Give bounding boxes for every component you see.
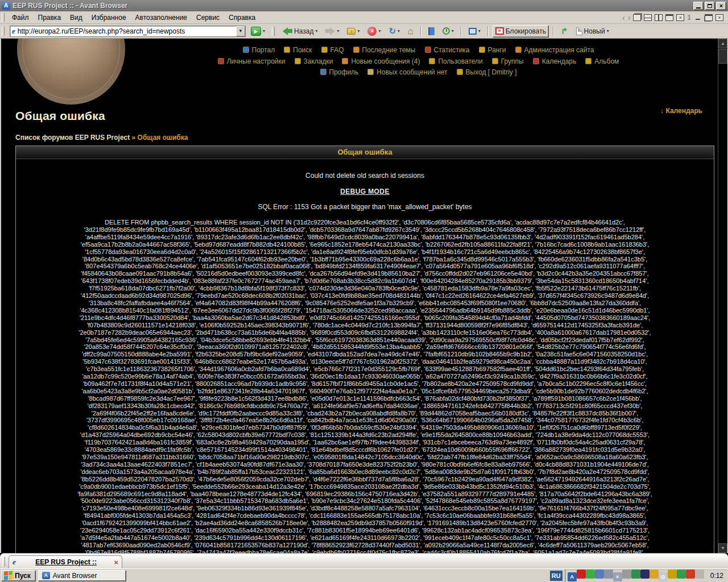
nav-profile[interactable]: Профиль: [320, 68, 359, 76]
history-clock-icon: [442, 27, 450, 35]
forward-button[interactable]: ▾: [322, 25, 342, 38]
back-button[interactable]: Назад ▾: [280, 25, 320, 38]
nav-statistics-label: Статистика: [434, 46, 470, 54]
forward-caret-icon[interactable]: ▾: [337, 28, 339, 34]
taskbar-clock[interactable]: 0:12: [710, 572, 723, 580]
block-popups-button[interactable]: × Блокировать: [493, 25, 549, 38]
close-all-icon[interactable]: ×: [676, 14, 684, 21]
sql-dump-line: '84d0b6c43ad5bd78d3836e527ca8efce', '7ab…: [16, 256, 714, 263]
scrollbar-down-icon[interactable]: ▼: [718, 543, 727, 553]
go-button[interactable]: ▶▾: [248, 25, 268, 38]
menu-Правка[interactable]: Правка: [34, 13, 66, 23]
nav-search[interactable]: Поиск: [284, 46, 312, 54]
tray-folder-icon[interactable]: [650, 569, 659, 579]
tray-network-icon[interactable]: [595, 569, 604, 579]
up-button[interactable]: ↑▾: [344, 25, 362, 38]
nav-users[interactable]: Пользователи: [429, 57, 482, 65]
tray-download-agent-icon[interactable]: [686, 569, 695, 579]
forum-nav-row-1: ПорталПоискFAQПоследние темыСтатистикаРа…: [112, 46, 725, 54]
minimize-child-icon[interactable]: [694, 14, 702, 21]
tabbar-grip[interactable]: [2, 556, 5, 567]
nav-portal[interactable]: Портал: [243, 46, 275, 54]
restore-child-icon[interactable]: [705, 14, 713, 21]
nav-no-new-messages[interactable]: Новых сообщений нет: [367, 68, 447, 76]
nav-latest-topics-icon: [353, 47, 359, 53]
home-icon: ⌂: [408, 26, 413, 36]
fit-window-button[interactable]: ▾: [466, 25, 483, 38]
tile-vertical-icon[interactable]: [655, 14, 663, 21]
tray-codec-icon[interactable]: [586, 569, 595, 579]
forward-arrow-icon: [325, 27, 335, 35]
undo-close-button[interactable]: ↰: [558, 25, 571, 38]
nav-groups[interactable]: Группы: [492, 57, 524, 65]
nav-site-admin[interactable]: Администрация сайта: [515, 46, 594, 54]
new-window-button[interactable]: Новый ▾: [573, 25, 612, 38]
menu-Автозаполнение[interactable]: Автозаполнение: [131, 13, 192, 23]
nav-faq[interactable]: FAQ: [321, 46, 344, 54]
window-count: 1: [687, 14, 691, 22]
close-button[interactable]: ×: [716, 2, 726, 10]
nav-personal-settings[interactable]: Личные настройки: [218, 57, 286, 65]
stop-button[interactable]: ×▾: [365, 25, 383, 38]
calendar-link[interactable]: ↓Календарь: [660, 107, 702, 115]
tray-antivirus-shield-icon[interactable]: [640, 569, 650, 579]
toolbar-grip[interactable]: [272, 27, 275, 36]
tab-close-icon[interactable]: ×: [114, 558, 118, 567]
sql-dump-line: 'ef5aa9ca17b2b8b2a0a44667ac58f365', '5eb…: [16, 241, 714, 248]
menu-Сервис[interactable]: Сервис: [192, 13, 224, 23]
menu-Вид[interactable]: Вид: [65, 13, 87, 23]
toolbar-grip[interactable]: [2, 27, 5, 36]
history-button[interactable]: ▾: [440, 25, 457, 38]
breadcrumb-current-link[interactable]: Общая ошибка: [138, 134, 188, 142]
tray-clip-icon[interactable]: @: [659, 572, 668, 581]
nav-new-messages[interactable]: Новые сообщения (4): [342, 57, 420, 65]
favorites-button[interactable]: [425, 25, 437, 38]
address-dropdown-icon[interactable]: ▼: [236, 26, 245, 36]
address-input[interactable]: [18, 27, 236, 36]
page-scrollbar[interactable]: ▲ ▼: [718, 39, 727, 553]
nav-statistics[interactable]: Статистика: [425, 46, 470, 54]
tab-prev-icon[interactable]: ‹: [622, 13, 625, 22]
browser-tab[interactable]: e EEP RUS Project :: ×: [9, 555, 122, 568]
tray-scanner-icon[interactable]: [695, 569, 704, 579]
nav-album[interactable]: Альбом: [585, 57, 619, 65]
menu-Справка[interactable]: Справка: [224, 13, 260, 23]
menu-Файл[interactable]: Файл: [7, 13, 34, 23]
forum-logo-coin[interactable]: [16, 39, 127, 107]
tray-avant-icon[interactable]: A: [568, 572, 577, 581]
tile-horizontal-icon[interactable]: [644, 14, 652, 21]
close-child-icon[interactable]: ×: [715, 14, 723, 21]
minimize-button[interactable]: [693, 2, 704, 10]
back-caret-icon[interactable]: ▾: [315, 28, 317, 34]
tray-ati-icon[interactable]: [577, 569, 586, 579]
scrollbar-thumb[interactable]: [718, 49, 727, 64]
scrollbar-up-icon[interactable]: ▲: [718, 39, 727, 48]
home-button[interactable]: ⌂: [405, 25, 416, 38]
breadcrumb-root-link[interactable]: Список форумов EEP RUS Project: [15, 134, 130, 142]
start-button[interactable]: Пуск: [1, 570, 36, 581]
tray-display-icon[interactable]: [604, 569, 613, 579]
go-caret-icon[interactable]: ▾: [263, 28, 265, 34]
tab-next-icon[interactable]: ›: [628, 13, 631, 22]
nav-calendar[interactable]: Календарь: [533, 57, 577, 65]
tray-volume-icon[interactable]: [622, 569, 631, 579]
language-indicator[interactable]: RU: [550, 571, 562, 581]
nav-latest-topics[interactable]: Последние темы: [353, 46, 416, 54]
tray-desktop-icon[interactable]: [631, 569, 640, 579]
tray-network-offline-icon[interactable]: ×: [613, 572, 622, 581]
sql-dump-line: '7a5bd45fe6ed4c59905a64382165c936', '04b…: [16, 336, 714, 344]
tray-wireless-icon[interactable]: [668, 569, 677, 579]
menu-Избранное[interactable]: Избранное: [87, 13, 131, 23]
nav-logout[interactable]: Выход [ Dmitriy ]: [457, 68, 517, 76]
tray-globe-icon[interactable]: [677, 569, 686, 579]
new-window-caret-icon[interactable]: ▾: [607, 28, 609, 34]
cascade-windows-icon[interactable]: [633, 14, 641, 21]
restore-button[interactable]: [705, 2, 715, 10]
refresh-button[interactable]: ↻▾: [386, 25, 403, 38]
nav-ranks[interactable]: Ранги: [479, 46, 506, 54]
nav-bookmarks[interactable]: Закладки: [295, 57, 333, 65]
toolbar-grip[interactable]: [2, 13, 5, 22]
maximize-all-icon[interactable]: [665, 14, 673, 21]
taskbar-avant-button[interactable]: A Avant Browser: [38, 570, 126, 581]
nav-site-admin-label: Администрация сайта: [524, 46, 594, 54]
